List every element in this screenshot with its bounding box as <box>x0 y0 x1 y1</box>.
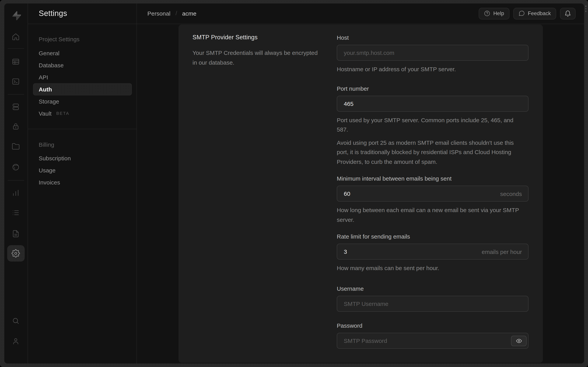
nav-item-invoices[interactable]: Invoices <box>28 176 137 188</box>
breadcrumb-separator: / <box>175 10 177 17</box>
sidebar-api-docs-file-icon[interactable] <box>9 227 22 240</box>
sidebar-table-editor-icon[interactable] <box>9 55 22 68</box>
rate-label: Rate limit for sending emails <box>337 233 529 241</box>
nav-item-vault[interactable]: VaultBETA <box>28 107 137 119</box>
sidebar-realtime-icon[interactable] <box>9 161 22 173</box>
rate-input[interactable] <box>337 244 529 259</box>
sidebar-logs-list-icon[interactable] <box>9 206 22 219</box>
smtp-form: Host Hostname or IP address of your SMTP… <box>337 34 529 363</box>
rail-divider <box>8 48 24 49</box>
reveal-password-button[interactable] <box>511 335 527 346</box>
topbar: Personal / acme Help Feedback <box>137 3 584 24</box>
main-column: Personal / acme Help Feedback <box>137 3 584 363</box>
breadcrumb: Personal / acme <box>147 10 196 17</box>
nav-group-label: Billing <box>28 138 137 150</box>
smtp-settings-card: SMTP Provider Settings Your SMTP Credent… <box>178 25 543 363</box>
port-helper: Port used by your SMTP server. Common po… <box>337 115 529 167</box>
field-password: Password <box>337 322 529 349</box>
sidebar-auth-lock-icon[interactable] <box>9 120 22 132</box>
settings-nav-header: Settings <box>28 3 137 24</box>
sidebar-profile-user-icon[interactable] <box>9 335 22 347</box>
nav-item-api[interactable]: API <box>28 71 137 83</box>
content-area: SMTP Provider Settings Your SMTP Credent… <box>137 24 584 363</box>
eye-icon <box>516 337 522 344</box>
field-username: Username <box>337 285 529 312</box>
supabase-logo-icon[interactable] <box>11 10 21 21</box>
sidebar-project-settings-gear-icon[interactable] <box>7 245 24 261</box>
password-input[interactable] <box>337 333 529 349</box>
breadcrumb-project[interactable]: acme <box>182 10 196 17</box>
bell-icon <box>564 10 571 17</box>
port-input[interactable] <box>337 96 529 111</box>
beta-badge: BETA <box>56 111 69 116</box>
help-circle-icon <box>484 10 491 17</box>
sidebar-database-icon[interactable] <box>9 100 22 113</box>
sidebar-search-icon[interactable] <box>9 315 22 327</box>
interval-helper: How long between each email can a new em… <box>337 206 529 225</box>
host-label: Host <box>337 34 529 42</box>
panel-description: Your SMTP Credentials will always be enc… <box>193 48 322 67</box>
panel-intro: SMTP Provider Settings Your SMTP Credent… <box>193 34 337 363</box>
settings-nav: Settings Project Settings General Databa… <box>28 3 137 363</box>
nav-item-auth[interactable]: Auth <box>28 83 137 95</box>
notifications-button[interactable] <box>560 8 576 19</box>
nav-item-usage[interactable]: Usage <box>28 164 137 176</box>
nav-item-subscription[interactable]: Subscription <box>28 152 137 164</box>
breadcrumb-org[interactable]: Personal <box>147 10 170 17</box>
interval-input[interactable] <box>337 186 529 202</box>
interval-label: Minimum interval between emails being se… <box>337 175 529 183</box>
nav-item-database[interactable]: Database <box>28 59 137 71</box>
nav-group-project-settings: Project Settings General Database API Au… <box>28 24 137 129</box>
nav-item-storage[interactable]: Storage <box>28 95 137 107</box>
app-window: Settings Project Settings General Databa… <box>4 3 584 363</box>
sidebar-home-icon[interactable] <box>9 30 22 43</box>
host-input[interactable] <box>337 45 529 61</box>
window-drag-handle-dots <box>585 5 587 12</box>
topbar-actions: Help Feedback <box>479 8 576 19</box>
sidebar-reports-chart-icon[interactable] <box>9 186 22 199</box>
rail-divider <box>8 94 24 94</box>
host-helper: Hostname or IP address of your SMTP serv… <box>337 65 529 74</box>
password-label: Password <box>337 322 529 330</box>
feedback-bubble-icon <box>518 10 525 17</box>
feedback-button[interactable]: Feedback <box>513 8 556 19</box>
page-title: Settings <box>39 9 67 18</box>
window-frame: Settings Project Settings General Databa… <box>0 0 588 367</box>
field-host: Host Hostname or IP address of your SMTP… <box>337 34 529 74</box>
rate-helper: How many emails can be sent per hour. <box>337 263 529 273</box>
port-label: Port number <box>337 85 529 92</box>
field-interval: Minimum interval between emails being se… <box>337 175 529 225</box>
panel-title: SMTP Provider Settings <box>193 34 337 41</box>
sidebar-sql-editor-icon[interactable] <box>9 75 22 88</box>
nav-group-billing: Billing Subscription Usage Invoices <box>28 129 137 198</box>
sidebar-storage-folder-icon[interactable] <box>9 140 22 153</box>
nav-group-label: Project Settings <box>28 33 137 45</box>
help-button[interactable]: Help <box>479 8 509 19</box>
icon-rail <box>4 3 28 363</box>
rail-divider <box>8 180 24 180</box>
field-port: Port number Port used by your SMTP serve… <box>337 85 529 167</box>
nav-item-general[interactable]: General <box>28 47 137 59</box>
field-rate: Rate limit for sending emails emails per… <box>337 233 529 273</box>
username-label: Username <box>337 285 529 292</box>
username-input[interactable] <box>337 296 529 312</box>
